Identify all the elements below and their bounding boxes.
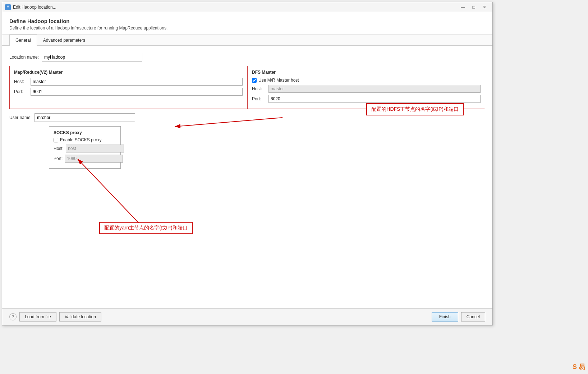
socks-port-input[interactable]	[65, 155, 123, 163]
footer-bar: ? Load from file Validate location Finis…	[2, 308, 492, 325]
dfs-use-mr-label[interactable]: Use M/R Master host	[258, 78, 299, 83]
mr-host-label: Host:	[14, 79, 28, 84]
dialog-description: Define the location of a Hadoop infrastr…	[9, 26, 485, 31]
dialog-title: Define Hadoop location	[9, 18, 485, 24]
mr-host-row: Host:	[14, 78, 243, 86]
masters-row: Map/Reduce(V2) Master Host: Port: DFS Ma…	[9, 66, 485, 109]
mr-host-input[interactable]	[31, 78, 243, 86]
footer-left: ? Load from file Validate location	[9, 312, 101, 321]
dfs-host-row: Host:	[252, 85, 481, 93]
titlebar-left: H Edit Hadoop location...	[5, 4, 56, 10]
window-title: Edit Hadoop location...	[13, 5, 56, 10]
window-content: Define Hadoop location Define the locati…	[2, 12, 492, 325]
maximize-button[interactable]: □	[469, 3, 479, 11]
help-button[interactable]: ?	[9, 313, 17, 320]
socks-port-row: Port:	[54, 155, 116, 163]
dfs-master-title: DFS Master	[252, 70, 481, 75]
yarn-annotation-text: 配置的yarn主节点的名字(或IP)和端口	[104, 225, 188, 231]
socks-host-label: Host:	[54, 146, 64, 151]
finish-button[interactable]: Finish	[432, 312, 458, 321]
location-name-row: Location name:	[9, 53, 485, 61]
dfs-host-label: Host:	[252, 86, 266, 91]
socks-proxy-box: SOCKS proxy Enable SOCKS proxy Host: Por…	[49, 126, 121, 169]
cancel-button[interactable]: Cancel	[461, 312, 485, 321]
mr-master-box: Map/Reduce(V2) Master Host: Port:	[9, 66, 247, 109]
dfs-use-mr-row: Use M/R Master host	[252, 78, 481, 83]
user-name-label: User name:	[9, 115, 32, 120]
mr-port-row: Port:	[14, 88, 243, 96]
dfs-use-mr-checkbox[interactable]	[252, 78, 257, 83]
header-section: Define Hadoop location Define the locati…	[2, 12, 492, 35]
dfs-master-box: DFS Master Use M/R Master host Host: Por…	[247, 66, 485, 109]
mr-port-label: Port:	[14, 89, 28, 94]
validate-location-button[interactable]: Validate location	[59, 312, 101, 321]
yarn-annotation-box: 配置的yarn主节点的名字(或IP)和端口	[99, 222, 193, 234]
form-area: Location name: Map/Reduce(V2) Master Hos…	[2, 46, 492, 308]
socks-enable-row: Enable SOCKS proxy	[54, 137, 116, 142]
load-from-file-button[interactable]: Load from file	[19, 312, 56, 321]
mr-master-title: Map/Reduce(V2) Master	[14, 70, 243, 75]
socks-host-row: Host:	[54, 145, 116, 152]
tabs-bar: General Advanced parameters	[2, 35, 492, 46]
main-window: H Edit Hadoop location... — □ ✕ Define H…	[2, 2, 493, 325]
dfs-port-input[interactable]	[268, 95, 481, 103]
tab-advanced[interactable]: Advanced parameters	[37, 35, 91, 46]
location-name-input[interactable]	[42, 53, 142, 61]
socks-host-input[interactable]	[66, 145, 124, 152]
dfs-host-input[interactable]	[268, 85, 481, 93]
minimize-button[interactable]: —	[458, 3, 468, 11]
dfs-port-label: Port:	[252, 96, 266, 101]
hdfs-annotation-box: 配置的HDFS主节点的名字(或IP)和端口	[366, 103, 464, 115]
mr-port-input[interactable]	[31, 88, 243, 96]
socks-enable-checkbox[interactable]	[54, 138, 58, 142]
titlebar: H Edit Hadoop location... — □ ✕	[2, 2, 492, 12]
socks-port-label: Port:	[54, 156, 63, 161]
app-icon: H	[5, 4, 11, 10]
hdfs-annotation-text: 配置的HDFS主节点的名字(或IP)和端口	[371, 106, 459, 112]
tab-general[interactable]: General	[9, 35, 37, 46]
user-name-input[interactable]	[35, 113, 135, 122]
socks-enable-label[interactable]: Enable SOCKS proxy	[60, 137, 101, 142]
close-button[interactable]: ✕	[479, 3, 490, 11]
watermark: S 易	[573, 362, 585, 371]
socks-title: SOCKS proxy	[54, 130, 116, 135]
dfs-port-row: Port:	[252, 95, 481, 103]
window-controls: — □ ✕	[458, 3, 490, 11]
footer-right: Finish Cancel	[432, 312, 485, 321]
location-name-label: Location name:	[9, 55, 39, 60]
